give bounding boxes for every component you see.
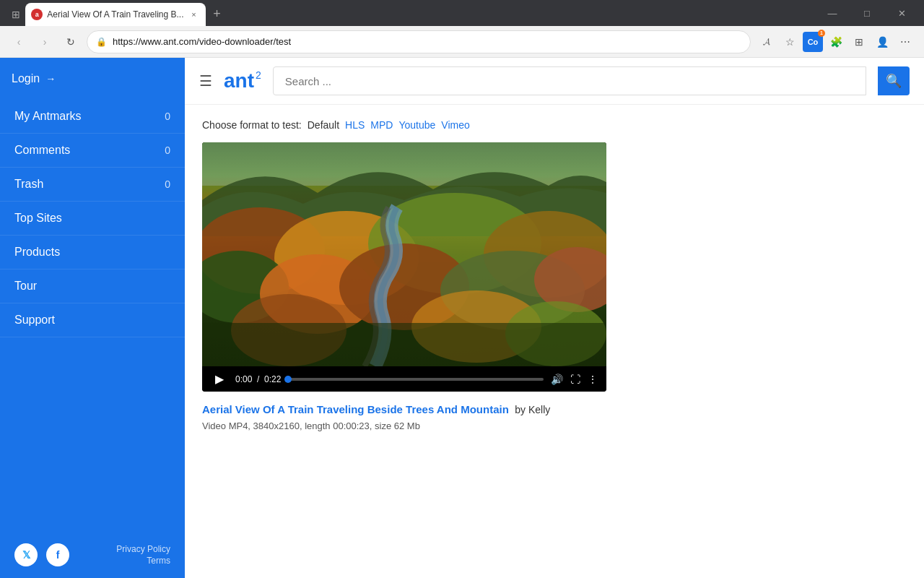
sidebar-item-top-sites[interactable]: Top Sites: [0, 202, 185, 236]
facebook-button[interactable]: f: [46, 543, 69, 566]
sidebar-item-tour-label: Tour: [14, 280, 37, 293]
sidebar: Login → My Antmarks 0 Comments 0 Trash 0…: [0, 58, 185, 578]
facebook-icon: f: [56, 549, 60, 561]
tab-title: Aerial View Of A Train Traveling B...: [47, 9, 183, 20]
progress-dot: [284, 376, 292, 383]
search-icon: 🔍: [886, 73, 902, 89]
window-controls: — □ ✕: [816, 3, 924, 26]
page: Login → My Antmarks 0 Comments 0 Trash 0…: [0, 58, 924, 578]
tab-close-button[interactable]: ×: [188, 9, 200, 20]
format-hls-link[interactable]: HLS: [345, 119, 365, 131]
login-button[interactable]: Login →: [12, 66, 173, 91]
read-aloud-icon[interactable]: 𝓐: [757, 32, 777, 52]
video-meta: Video MP4, 3840x2160, length 00:00:23, s…: [202, 420, 907, 431]
video-author: by Kelly: [515, 404, 550, 415]
format-youtube-link[interactable]: Youtube: [398, 119, 435, 131]
time-display: 0:00 / 0:22: [235, 374, 281, 384]
sidebar-item-antmarks[interactable]: My Antmarks 0: [0, 100, 185, 134]
progress-bar[interactable]: [288, 378, 544, 381]
address-text: https://www.ant.com/video-downloader/tes…: [113, 36, 741, 47]
top-bar: ☰ ant 2 🔍: [185, 58, 924, 105]
sidebar-item-antmarks-badge: 0: [165, 111, 170, 122]
forward-button[interactable]: ›: [35, 32, 55, 52]
play-button[interactable]: ▶: [211, 372, 228, 386]
time-total: 0:22: [264, 374, 281, 384]
video-info: Aerial View Of A Train Traveling Beside …: [202, 403, 907, 431]
copilot-icon[interactable]: Co 1: [803, 32, 823, 52]
tab-bar: ⊞ a Aerial View Of A Train Traveling B..…: [0, 0, 924, 26]
format-vimeo-link[interactable]: Vimeo: [441, 119, 469, 131]
video-player[interactable]: ▶ 0:00 / 0:22 🔊 ⛶ ⋮: [202, 142, 606, 392]
video-thumbnail: [202, 142, 606, 366]
video-controls: ▶ 0:00 / 0:22 🔊 ⛶ ⋮: [202, 366, 606, 392]
ant-logo[interactable]: ant 2: [224, 69, 261, 92]
settings-icon[interactable]: ⋯: [895, 32, 915, 52]
footer-links: Privacy Policy Terms: [116, 544, 170, 566]
tab-row: a Aerial View Of A Train Traveling B... …: [25, 3, 924, 26]
sidebar-footer: 𝕏 f Privacy Policy Terms: [0, 532, 185, 578]
sidebar-item-products-label: Products: [14, 246, 60, 259]
extensions-icon[interactable]: 🧩: [826, 32, 846, 52]
sidebar-item-trash-badge: 0: [165, 178, 170, 190]
twitter-icon: 𝕏: [22, 549, 30, 561]
time-current: 0:00: [235, 374, 252, 384]
twitter-button[interactable]: 𝕏: [14, 543, 38, 566]
lock-icon: 🔒: [96, 37, 107, 47]
hamburger-menu[interactable]: ☰: [199, 72, 212, 90]
browser-tab-active[interactable]: a Aerial View Of A Train Traveling B... …: [25, 3, 205, 26]
video-title-link[interactable]: Aerial View Of A Train Traveling Beside …: [202, 403, 509, 415]
sidebar-header: Login →: [0, 58, 185, 100]
sidebar-item-tour[interactable]: Tour: [0, 269, 185, 303]
sidebar-item-support[interactable]: Support: [0, 303, 185, 337]
more-options-button[interactable]: ⋮: [588, 374, 598, 385]
back-button[interactable]: ‹: [9, 32, 29, 52]
sidebar-item-trash[interactable]: Trash 0: [0, 168, 185, 202]
profile-icon[interactable]: 👤: [872, 32, 892, 52]
sidebar-item-products[interactable]: Products: [0, 236, 185, 269]
nav-icons: 𝓐 ☆ Co 1 🧩 ⊞ 👤 ⋯: [757, 32, 915, 52]
format-bar: Choose format to test: Default HLS MPD Y…: [202, 119, 907, 131]
maximize-button[interactable]: □: [850, 3, 884, 23]
terms-link[interactable]: Terms: [147, 556, 170, 566]
format-default: Default: [308, 119, 339, 131]
new-tab-button[interactable]: +: [206, 4, 229, 24]
volume-button[interactable]: 🔊: [551, 374, 563, 385]
format-label: Choose format to test:: [202, 119, 302, 131]
sidebar-item-antmarks-label: My Antmarks: [14, 110, 81, 123]
search-input[interactable]: [273, 66, 866, 95]
address-bar[interactable]: 🔒 https://www.ant.com/video-downloader/t…: [87, 30, 751, 53]
sidebar-item-top-sites-label: Top Sites: [14, 212, 62, 225]
login-arrow-icon: →: [45, 73, 56, 85]
nav-bar: ‹ › ↻ 🔒 https://www.ant.com/video-downlo…: [0, 26, 924, 58]
collections-icon[interactable]: ⊞: [849, 32, 869, 52]
browser-chrome: ⊞ a Aerial View Of A Train Traveling B..…: [0, 0, 924, 58]
main-content: ☰ ant 2 🔍 Choose format to test: Default…: [185, 58, 924, 578]
minimize-button[interactable]: —: [816, 3, 849, 23]
sidebar-toggle-browser[interactable]: ⊞: [6, 4, 25, 25]
sidebar-nav: My Antmarks 0 Comments 0 Trash 0 Top Sit…: [0, 100, 185, 532]
svg-rect-13: [202, 323, 606, 366]
close-button[interactable]: ✕: [885, 3, 918, 23]
sidebar-item-trash-label: Trash: [14, 178, 43, 191]
content-area: Choose format to test: Default HLS MPD Y…: [185, 105, 924, 446]
refresh-button[interactable]: ↻: [61, 32, 81, 52]
video-scene-svg: [202, 142, 606, 366]
sidebar-item-comments[interactable]: Comments 0: [0, 134, 185, 168]
ant-logo-text: ant: [224, 69, 254, 92]
social-icons: 𝕏 f: [14, 543, 69, 566]
login-label: Login: [12, 72, 40, 85]
fullscreen-button[interactable]: ⛶: [570, 374, 580, 385]
tab-favicon: a: [31, 9, 43, 20]
format-mpd-link[interactable]: MPD: [370, 119, 393, 131]
video-title-row: Aerial View Of A Train Traveling Beside …: [202, 403, 907, 416]
search-button[interactable]: 🔍: [878, 66, 910, 95]
privacy-policy-link[interactable]: Privacy Policy: [116, 544, 170, 554]
sidebar-item-comments-badge: 0: [165, 144, 170, 156]
favorites-icon[interactable]: ☆: [780, 32, 800, 52]
sidebar-item-support-label: Support: [14, 314, 55, 327]
ant-logo-sup: 2: [256, 69, 261, 81]
sidebar-item-comments-label: Comments: [14, 144, 70, 157]
